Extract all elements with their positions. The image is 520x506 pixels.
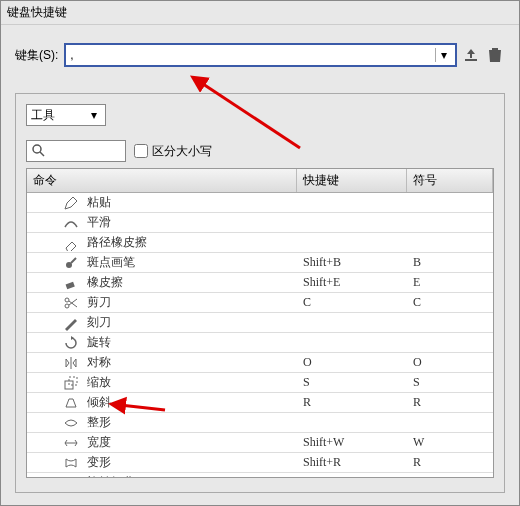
table-row[interactable]: 旋转扭曲: [27, 473, 493, 478]
cell-command: 橡皮擦: [27, 274, 297, 291]
save-set-icon[interactable]: [461, 45, 481, 65]
cell-symbol: R: [407, 395, 493, 410]
tools-value: 工具: [31, 107, 87, 124]
command-name: 剪刀: [87, 294, 111, 311]
command-name: 宽度: [87, 434, 111, 451]
case-checkbox[interactable]: [134, 144, 148, 158]
header-command[interactable]: 命令: [27, 169, 297, 192]
cell-shortcut: Shift+R: [297, 455, 407, 470]
command-name: 平滑: [87, 214, 111, 231]
svg-rect-3: [66, 281, 75, 288]
command-name: 变形: [87, 454, 111, 471]
scale-icon: [61, 375, 81, 391]
cell-shortcut: R: [297, 395, 407, 410]
table-row[interactable]: 平滑: [27, 213, 493, 233]
cell-symbol: O: [407, 355, 493, 370]
cell-symbol: B: [407, 255, 493, 270]
command-name: 路径橡皮擦: [87, 234, 147, 251]
search-icon: [31, 143, 45, 160]
cell-command: 对称: [27, 354, 297, 371]
window: 键盘快捷键 键集(S): , ▾ 工具 ▾: [0, 0, 520, 506]
twirl-icon: [61, 475, 81, 479]
delete-set-icon[interactable]: [485, 45, 505, 65]
cell-command: 宽度: [27, 434, 297, 451]
keyset-label: 键集(S):: [15, 47, 58, 64]
eraser-path-icon: [61, 235, 81, 251]
command-name: 旋转: [87, 334, 111, 351]
warp-icon: [61, 455, 81, 471]
case-checkbox-label[interactable]: 区分大小写: [134, 143, 212, 160]
reshape-icon: [61, 415, 81, 431]
table-row[interactable]: 刻刀: [27, 313, 493, 333]
command-name: 倾斜: [87, 394, 111, 411]
rotate-icon: [61, 335, 81, 351]
table-row[interactable]: 斑点画笔Shift+BB: [27, 253, 493, 273]
cell-shortcut: Shift+E: [297, 275, 407, 290]
keyset-row: 键集(S): , ▾: [15, 43, 505, 67]
table-row[interactable]: 橡皮擦Shift+EE: [27, 273, 493, 293]
cell-command: 粘贴: [27, 194, 297, 211]
svg-point-0: [33, 145, 41, 153]
cell-command: 刻刀: [27, 314, 297, 331]
cell-symbol: R: [407, 455, 493, 470]
tools-dropdown[interactable]: 工具 ▾: [26, 104, 106, 126]
search-row: 区分大小写: [26, 140, 494, 162]
command-name: 橡皮擦: [87, 274, 123, 291]
cell-shortcut: O: [297, 355, 407, 370]
table-row[interactable]: 粘贴: [27, 193, 493, 213]
command-name: 旋转扭曲: [87, 474, 135, 478]
svg-point-4: [65, 298, 69, 302]
cell-command: 倾斜: [27, 394, 297, 411]
command-name: 粘贴: [87, 194, 111, 211]
cell-symbol: W: [407, 435, 493, 450]
reflect-icon: [61, 355, 81, 371]
cell-command: 旋转扭曲: [27, 474, 297, 478]
cell-command: 斑点画笔: [27, 254, 297, 271]
header-shortcut[interactable]: 快捷键: [297, 169, 407, 192]
group-box: 工具 ▾ 区分大小写 命令 快捷键 符号: [15, 93, 505, 493]
cell-command: 剪刀: [27, 294, 297, 311]
chevron-down-icon[interactable]: ▾: [435, 48, 451, 62]
cell-symbol: E: [407, 275, 493, 290]
svg-point-5: [65, 304, 69, 308]
command-name: 刻刀: [87, 314, 111, 331]
table-row[interactable]: 整形: [27, 413, 493, 433]
command-name: 缩放: [87, 374, 111, 391]
table-row[interactable]: 变形Shift+RR: [27, 453, 493, 473]
command-name: 斑点画笔: [87, 254, 135, 271]
blob-brush-icon: [61, 255, 81, 271]
cell-shortcut: S: [297, 375, 407, 390]
knife-icon: [61, 315, 81, 331]
case-label-text: 区分大小写: [152, 143, 212, 160]
scissors-icon: [61, 295, 81, 311]
shortcuts-table: 命令 快捷键 符号 粘贴平滑路径橡皮擦斑点画笔Shift+BB橡皮擦Shift+…: [26, 168, 494, 478]
keyset-value: ,: [70, 48, 435, 62]
cell-command: 平滑: [27, 214, 297, 231]
header-symbol[interactable]: 符号: [407, 169, 493, 192]
search-input[interactable]: [45, 144, 121, 158]
table-row[interactable]: 缩放SS: [27, 373, 493, 393]
cell-symbol: C: [407, 295, 493, 310]
table-row[interactable]: 对称OO: [27, 353, 493, 373]
pencil-icon: [61, 195, 81, 211]
cell-command: 缩放: [27, 374, 297, 391]
search-box[interactable]: [26, 140, 126, 162]
table-row[interactable]: 倾斜RR: [27, 393, 493, 413]
cell-shortcut: Shift+W: [297, 435, 407, 450]
cell-shortcut: C: [297, 295, 407, 310]
cell-command: 整形: [27, 414, 297, 431]
table-row[interactable]: 剪刀CC: [27, 293, 493, 313]
width-icon: [61, 435, 81, 451]
table-row[interactable]: 路径橡皮擦: [27, 233, 493, 253]
table-row[interactable]: 旋转: [27, 333, 493, 353]
cell-shortcut: Shift+B: [297, 255, 407, 270]
command-name: 整形: [87, 414, 111, 431]
command-name: 对称: [87, 354, 111, 371]
keyset-dropdown[interactable]: , ▾: [64, 43, 457, 67]
content: 键集(S): , ▾ 工具 ▾: [1, 25, 519, 493]
table-row[interactable]: 宽度Shift+WW: [27, 433, 493, 453]
window-title: 键盘快捷键: [1, 1, 519, 25]
eraser-icon: [61, 275, 81, 291]
chevron-down-icon[interactable]: ▾: [87, 108, 101, 122]
table-header: 命令 快捷键 符号: [27, 169, 493, 193]
